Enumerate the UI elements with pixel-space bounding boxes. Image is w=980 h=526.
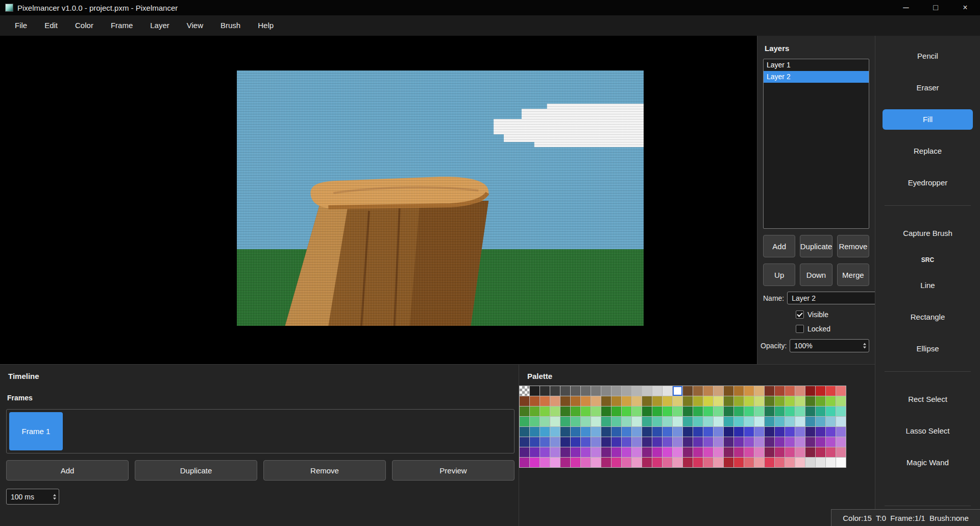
palette-cell-124[interactable] <box>805 417 815 426</box>
add-layer-button[interactable]: Add <box>763 235 795 257</box>
palette-cell-74[interactable] <box>622 407 631 416</box>
menu-view[interactable]: View <box>178 15 212 36</box>
palette-cell-64[interactable] <box>520 407 529 416</box>
palette-cell-73[interactable] <box>611 407 621 416</box>
palette-cell-186[interactable] <box>785 437 795 447</box>
palette-cell-9[interactable] <box>611 386 621 396</box>
spinner-arrows-icon[interactable] <box>863 343 866 349</box>
palette-cell-225[interactable] <box>530 458 540 467</box>
palette-cell-71[interactable] <box>591 407 601 416</box>
palette-cell-41[interactable] <box>611 396 621 406</box>
palette-cell-242[interactable] <box>703 458 713 467</box>
palette-cell-190[interactable] <box>826 437 836 447</box>
palette-cell-142[interactable] <box>663 427 672 437</box>
duplicate-frame-button[interactable]: Duplicate <box>135 460 257 481</box>
palette-cell-53[interactable] <box>734 396 744 406</box>
palette-cell-177[interactable] <box>693 437 703 447</box>
palette-cell-138[interactable] <box>622 427 631 437</box>
palette-cell-149[interactable] <box>734 427 744 437</box>
preview-frame-button[interactable]: Preview <box>392 460 514 481</box>
tool-line[interactable]: Line <box>881 275 974 296</box>
palette-cell-178[interactable] <box>703 437 713 447</box>
palette-cell-13[interactable] <box>652 386 662 396</box>
window-minimize-button[interactable]: ─ <box>891 0 921 15</box>
palette-cell-6[interactable] <box>581 386 591 396</box>
palette-cell-87[interactable] <box>754 407 764 416</box>
palette-cell-25[interactable] <box>775 386 785 396</box>
palette-cell-76[interactable] <box>642 407 652 416</box>
palette-cell-218[interactable] <box>785 447 795 457</box>
palette-cell-24[interactable] <box>765 386 774 396</box>
palette-cell-226[interactable] <box>540 458 550 467</box>
palette-cell-30[interactable] <box>826 386 836 396</box>
palette-cell-147[interactable] <box>714 427 723 437</box>
palette-cell-8[interactable] <box>601 386 611 396</box>
palette-cell-47[interactable] <box>673 396 682 406</box>
palette-cell-22[interactable] <box>744 386 754 396</box>
palette-cell-20[interactable] <box>724 386 733 396</box>
up-layer-button[interactable]: Up <box>763 264 795 286</box>
palette-cell-165[interactable] <box>571 437 580 447</box>
duplicate-layer-button[interactable]: Duplicate <box>800 235 832 257</box>
tool-lasso-select[interactable]: Lasso Select <box>881 421 974 441</box>
palette-cell-182[interactable] <box>744 437 754 447</box>
palette-cell-37[interactable] <box>571 396 580 406</box>
palette-cell-115[interactable] <box>714 417 723 426</box>
palette-cell-136[interactable] <box>601 427 611 437</box>
window-maximize-button[interactable]: □ <box>921 0 950 15</box>
palette-cell-21[interactable] <box>734 386 744 396</box>
palette-cell-128[interactable] <box>520 427 529 437</box>
palette-cell-135[interactable] <box>591 427 601 437</box>
palette-cell-88[interactable] <box>765 407 774 416</box>
palette-cell-152[interactable] <box>765 427 774 437</box>
palette-cell-123[interactable] <box>795 417 805 426</box>
palette-cell-238[interactable] <box>663 458 672 467</box>
palette-cell-255[interactable] <box>836 458 846 467</box>
palette-cell-86[interactable] <box>744 407 754 416</box>
palette-cell-85[interactable] <box>734 407 744 416</box>
palette-cell-148[interactable] <box>724 427 733 437</box>
palette-cell-248[interactable] <box>765 458 774 467</box>
palette-cell-79[interactable] <box>673 407 682 416</box>
layer-name-input[interactable] <box>787 292 889 304</box>
palette-cell-185[interactable] <box>775 437 785 447</box>
palette-cell-181[interactable] <box>734 437 744 447</box>
palette-cell-159[interactable] <box>836 427 846 437</box>
palette-cell-175[interactable] <box>673 437 682 447</box>
palette-cell-216[interactable] <box>765 447 774 457</box>
palette-cell-114[interactable] <box>703 417 713 426</box>
palette-cell-63[interactable] <box>836 396 846 406</box>
visible-checkbox[interactable] <box>796 310 804 319</box>
palette-cell-162[interactable] <box>540 437 550 447</box>
palette-cell-174[interactable] <box>663 437 672 447</box>
palette-cell-38[interactable] <box>581 396 591 406</box>
palette-cell-106[interactable] <box>622 417 631 426</box>
palette-cell-237[interactable] <box>652 458 662 467</box>
palette-cell-117[interactable] <box>734 417 744 426</box>
palette-cell-58[interactable] <box>785 396 795 406</box>
palette-cell-27[interactable] <box>795 386 805 396</box>
tool-eyedropper[interactable]: Eyedropper <box>881 173 974 193</box>
palette-cell-83[interactable] <box>714 407 723 416</box>
palette-cell-68[interactable] <box>560 407 570 416</box>
palette-cell-60[interactable] <box>805 396 815 406</box>
palette-cell-78[interactable] <box>663 407 672 416</box>
palette-cell-104[interactable] <box>601 417 611 426</box>
palette-cell-233[interactable] <box>611 458 621 467</box>
menu-brush[interactable]: Brush <box>212 15 249 36</box>
tool-rectangle[interactable]: Rectangle <box>881 307 974 327</box>
palette-cell-65[interactable] <box>530 407 540 416</box>
palette-cell-50[interactable] <box>703 396 713 406</box>
palette-cell-240[interactable] <box>683 458 693 467</box>
palette-cell-167[interactable] <box>591 437 601 447</box>
palette-cell-206[interactable] <box>663 447 672 457</box>
palette-cell-211[interactable] <box>714 447 723 457</box>
palette-cell-35[interactable] <box>550 396 560 406</box>
palette-cell-252[interactable] <box>805 458 815 467</box>
palette-cell-40[interactable] <box>601 396 611 406</box>
palette-cell-154[interactable] <box>785 427 795 437</box>
menu-layer[interactable]: Layer <box>141 15 178 36</box>
palette-cell-103[interactable] <box>591 417 601 426</box>
palette-cell-251[interactable] <box>795 458 805 467</box>
palette-cell-214[interactable] <box>744 447 754 457</box>
